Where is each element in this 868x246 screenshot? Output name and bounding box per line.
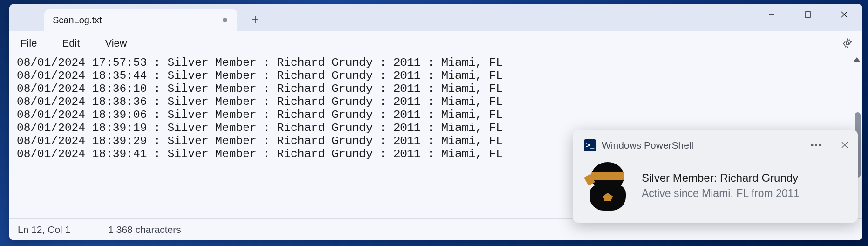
menu-view[interactable]: View: [99, 34, 132, 52]
log-line: 08/01/2024 18:39:06 : Silver Member : Ri…: [17, 109, 855, 122]
notification-toast[interactable]: >_ Windows PowerShell ••• Silver Member:…: [573, 130, 858, 223]
cursor-position: Ln 12, Col 1: [18, 224, 70, 235]
minimize-button[interactable]: [753, 4, 790, 25]
toast-title: Silver Member: Richard Grundy: [642, 171, 848, 184]
powershell-icon: >_: [584, 139, 596, 151]
toast-subtitle: Active since Miami, FL from 2011: [642, 187, 848, 200]
toast-more-button[interactable]: •••: [811, 141, 822, 150]
menu-file[interactable]: File: [15, 34, 42, 52]
menu-edit[interactable]: Edit: [56, 34, 85, 52]
log-line: 08/01/2024 18:35:44 : Silver Member : Ri…: [17, 69, 855, 82]
file-tab[interactable]: ScanLog.txt: [44, 9, 237, 31]
tab-title: ScanLog.txt: [53, 15, 102, 26]
svg-rect-0: [805, 12, 811, 17]
settings-button[interactable]: [841, 37, 854, 50]
modified-indicator-icon: [223, 18, 227, 22]
maximize-button[interactable]: [790, 4, 826, 25]
titlebar: ScanLog.txt: [9, 4, 862, 31]
menubar: File Edit View: [9, 31, 862, 56]
character-count: 1,368 characters: [108, 224, 181, 235]
close-button[interactable]: [826, 4, 862, 25]
toast-body: Silver Member: Richard Grundy Active sin…: [584, 162, 848, 209]
log-line: 08/01/2024 17:57:53 : Silver Member : Ri…: [17, 56, 855, 69]
ninja-avatar-icon: [587, 162, 629, 209]
toast-close-button[interactable]: [841, 140, 848, 151]
new-tab-button[interactable]: [247, 11, 264, 28]
statusbar-divider: [89, 224, 89, 236]
toast-app-name: Windows PowerShell: [602, 140, 693, 151]
log-line: 08/01/2024 18:36:10 : Silver Member : Ri…: [17, 82, 855, 96]
scroll-up-icon[interactable]: [853, 57, 861, 62]
window-controls: [753, 4, 862, 25]
toast-header: >_ Windows PowerShell •••: [584, 137, 848, 154]
log-line: 08/01/2024 18:38:36 : Silver Member : Ri…: [17, 96, 855, 109]
